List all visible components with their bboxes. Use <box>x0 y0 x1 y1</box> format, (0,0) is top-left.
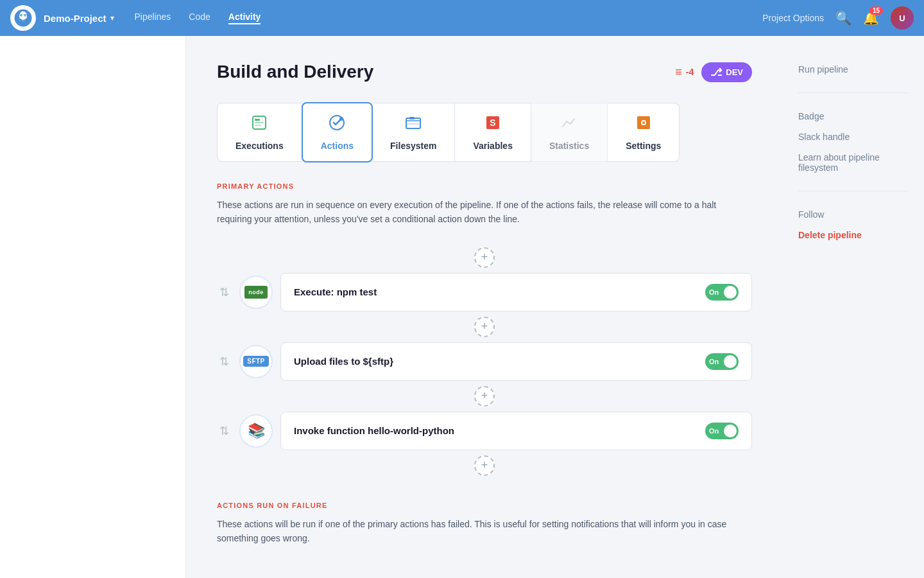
toggle-sftp-knob <box>724 355 737 368</box>
svg-text:S: S <box>490 118 496 128</box>
actions-flow: + ⇅ node Execute: npm test On <box>217 242 752 481</box>
toggle-function[interactable]: On <box>705 423 739 439</box>
nav-pipelines[interactable]: Pipelines <box>135 12 171 24</box>
svg-point-5 <box>24 15 26 16</box>
action-name-npm: Execute: npm test <box>294 286 377 297</box>
tab-variables[interactable]: S Variables <box>455 103 531 162</box>
sidebar-delete-pipeline[interactable]: Delete pipeline <box>798 227 909 243</box>
svg-point-11 <box>339 117 343 121</box>
statistics-icon <box>560 114 578 136</box>
tab-executions[interactable]: Executions <box>217 103 302 162</box>
add-action-bottom[interactable]: + <box>474 455 495 476</box>
node-logo: node <box>244 286 268 299</box>
notifications-icon[interactable]: 🔔 15 <box>863 10 879 26</box>
primary-actions-label: PRIMARY ACTIONS <box>217 182 752 190</box>
sidebar-badge[interactable]: Badge <box>798 109 909 124</box>
add-action-top[interactable]: + <box>474 247 495 268</box>
tab-settings[interactable]: Settings <box>608 103 680 162</box>
add-action-mid1[interactable]: + <box>474 317 495 337</box>
sidebar-divider-1 <box>798 92 909 93</box>
svg-point-4 <box>21 15 22 16</box>
app-logo[interactable] <box>10 5 36 31</box>
search-icon[interactable]: 🔍 <box>835 10 851 26</box>
tab-settings-label: Settings <box>626 141 661 151</box>
tab-actions[interactable]: Actions <box>302 102 373 162</box>
sidebar-follow[interactable]: Follow <box>798 207 909 222</box>
failure-actions-label: ACTIONS RUN ON FAILURE <box>217 502 752 509</box>
nav-code[interactable]: Code <box>189 12 210 24</box>
action-row-sftp: ⇅ SFTP Upload files to ${sftp} On <box>217 342 752 381</box>
header-actions: ≡ -4 ⎇ DEV <box>675 62 752 82</box>
diff-count: -4 <box>686 67 694 77</box>
action-card-sftp[interactable]: Upload files to ${sftp} On <box>280 342 752 381</box>
user-avatar[interactable]: U <box>891 6 914 30</box>
action-icon-sftp: SFTP <box>239 345 273 378</box>
action-icon-node: node <box>239 276 273 309</box>
page-title: Build and Delivery <box>217 62 373 82</box>
primary-actions-section: PRIMARY ACTIONS These actions are run in… <box>217 182 752 481</box>
tab-filesystem[interactable]: Filesystem <box>372 103 455 162</box>
main-content: Build and Delivery ≡ -4 ⎇ DEV Executions <box>186 36 783 578</box>
action-row-npm: ⇅ node Execute: npm test On <box>217 273 752 311</box>
executions-icon <box>250 114 268 136</box>
action-name-sftp: Upload files to ${sftp} <box>294 356 393 367</box>
action-name-function: Invoke function hello-world-python <box>294 425 454 436</box>
action-card-function[interactable]: Invoke function hello-world-python On <box>280 412 752 450</box>
failure-actions-description: These actions will be run if one of the … <box>217 517 752 546</box>
tab-statistics-label: Statistics <box>549 141 589 151</box>
toggle-function-knob <box>724 425 737 437</box>
actions-icon <box>328 114 346 136</box>
svg-point-18 <box>642 121 645 124</box>
tab-variables-label: Variables <box>473 141 513 151</box>
tab-statistics: Statistics <box>531 103 608 162</box>
right-sidebar: Run pipeline Badge Slack handle Learn ab… <box>783 36 924 578</box>
top-navigation: Demo-Project ▾ Pipelines Code Activity P… <box>0 0 924 36</box>
branch-icon: ⎇ <box>710 66 722 78</box>
pipeline-tabs: Executions Actions Filesystem S Variable… <box>217 103 752 162</box>
toggle-npm-label: On <box>709 288 719 296</box>
failure-actions-section: ACTIONS RUN ON FAILURE These actions wil… <box>217 502 752 546</box>
env-badge[interactable]: ⎇ DEV <box>701 62 752 82</box>
diff-badge[interactable]: ≡ -4 <box>675 66 694 79</box>
toggle-sftp-label: On <box>709 358 719 365</box>
toggle-npm[interactable]: On <box>705 284 739 301</box>
notification-badge: 15 <box>869 6 883 15</box>
toggle-npm-knob <box>724 286 737 299</box>
svg-rect-9 <box>255 125 261 126</box>
left-sidebar <box>0 36 186 578</box>
filesystem-icon <box>404 114 422 136</box>
action-row-function: ⇅ 📚 Invoke function hello-world-python O… <box>217 412 752 450</box>
function-logo: 📚 <box>248 423 265 439</box>
primary-actions-description: These actions are run in sequence on eve… <box>217 198 752 227</box>
nav-activity[interactable]: Activity <box>228 12 261 24</box>
drag-handle-function[interactable]: ⇅ <box>217 421 232 441</box>
project-name[interactable]: Demo-Project <box>44 13 107 24</box>
sidebar-divider-2 <box>798 191 909 191</box>
settings-icon <box>635 114 653 136</box>
svg-rect-13 <box>409 117 415 119</box>
tab-actions-label: Actions <box>321 141 354 151</box>
page-header: Build and Delivery ≡ -4 ⎇ DEV <box>217 62 752 82</box>
sidebar-run-pipeline[interactable]: Run pipeline <box>798 62 909 77</box>
project-dropdown-icon[interactable]: ▾ <box>110 13 114 22</box>
drag-handle-sftp[interactable]: ⇅ <box>217 352 232 371</box>
toggle-sftp[interactable]: On <box>705 353 739 370</box>
env-label: DEV <box>726 67 743 77</box>
sftp-logo: SFTP <box>243 356 269 367</box>
action-icon-function: 📚 <box>239 414 273 448</box>
svg-rect-12 <box>406 118 420 128</box>
project-options-link[interactable]: Project Options <box>762 13 824 23</box>
toggle-function-label: On <box>709 427 719 435</box>
drag-handle-npm[interactable]: ⇅ <box>217 283 232 302</box>
add-action-mid2[interactable]: + <box>474 386 495 407</box>
sidebar-learn-filesystem[interactable]: Learn about pipeline filesystem <box>798 150 909 175</box>
action-card-npm[interactable]: Execute: npm test On <box>280 273 752 311</box>
tab-filesystem-label: Filesystem <box>390 141 436 151</box>
svg-rect-8 <box>255 122 264 123</box>
diff-icon: ≡ <box>675 66 682 79</box>
sidebar-slack[interactable]: Slack handle <box>798 129 909 144</box>
svg-rect-7 <box>255 119 260 121</box>
tab-executions-label: Executions <box>235 141 284 151</box>
topnav-right: Project Options 🔍 🔔 15 U <box>762 6 914 30</box>
variables-icon: S <box>484 114 502 136</box>
